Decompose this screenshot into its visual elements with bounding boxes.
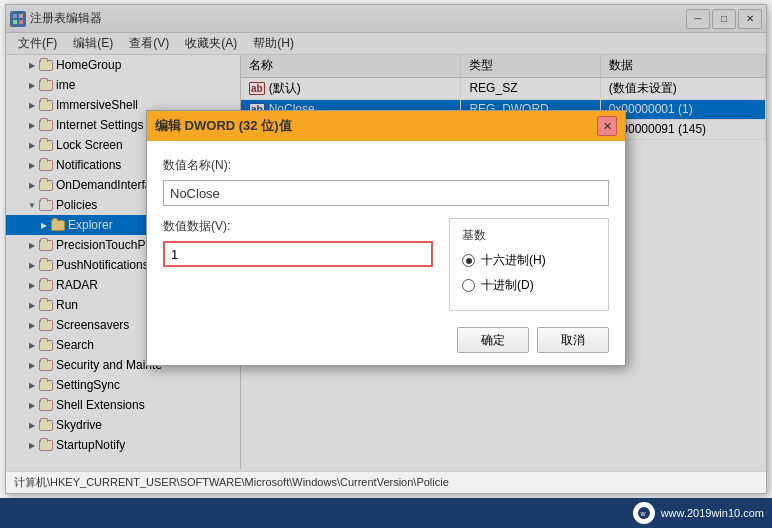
value-name-label: 数值名称(N): xyxy=(163,157,609,174)
base-section: 基数 十六进制(H) 十进制(D) xyxy=(449,218,609,311)
edit-dword-dialog: 编辑 DWORD (32 位)值 ✕ 数值名称(N): 数值数据(V): 基数 xyxy=(146,110,626,366)
radio-dec-label: 十进制(D) xyxy=(481,277,534,294)
watermark-text: www.2019win10.com xyxy=(661,507,764,519)
radio-dec[interactable]: 十进制(D) xyxy=(462,277,596,294)
dialog-title: 编辑 DWORD (32 位)值 xyxy=(155,117,292,135)
radio-hex-circle xyxy=(462,254,475,267)
value-data-label: 数值数据(V): xyxy=(163,218,433,235)
watermark: w www.2019win10.com xyxy=(633,502,772,524)
dialog-title-bar: 编辑 DWORD (32 位)值 ✕ xyxy=(147,111,625,141)
svg-text:w: w xyxy=(639,510,646,517)
radio-hex[interactable]: 十六进制(H) xyxy=(462,252,596,269)
value-data-input[interactable] xyxy=(163,241,433,267)
cancel-button[interactable]: 取消 xyxy=(537,327,609,353)
dialog-overlay: 编辑 DWORD (32 位)值 ✕ 数值名称(N): 数值数据(V): 基数 xyxy=(6,5,766,471)
watermark-logo: w xyxy=(633,502,655,524)
registry-editor-window: 注册表编辑器 ─ □ ✕ 文件(F) 编辑(E) 查看(V) 收藏夹(A) 帮助… xyxy=(5,4,767,494)
base-label: 基数 xyxy=(462,227,596,244)
dialog-body: 数值名称(N): 数值数据(V): 基数 十六进制(H) xyxy=(147,141,625,365)
dialog-left: 数值数据(V): xyxy=(163,218,433,311)
bottom-bar: w www.2019win10.com xyxy=(0,498,772,528)
status-bar: 计算机\HKEY_CURRENT_USER\SOFTWARE\Microsoft… xyxy=(6,471,766,493)
status-text: 计算机\HKEY_CURRENT_USER\SOFTWARE\Microsoft… xyxy=(14,475,449,490)
dialog-close-button[interactable]: ✕ xyxy=(597,116,617,136)
dialog-row: 数值数据(V): 基数 十六进制(H) 十进制(D) xyxy=(163,218,609,311)
value-name-input[interactable] xyxy=(163,180,609,206)
radio-hex-label: 十六进制(H) xyxy=(481,252,546,269)
ok-button[interactable]: 确定 xyxy=(457,327,529,353)
radio-dec-circle xyxy=(462,279,475,292)
dialog-buttons: 确定 取消 xyxy=(163,327,609,353)
